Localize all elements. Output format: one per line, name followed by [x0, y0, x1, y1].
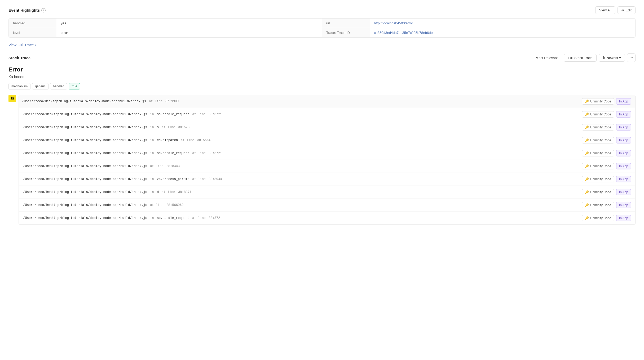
- frame-in-word: in: [148, 138, 156, 142]
- unminify-button[interactable]: 🔑 Unminify Code: [582, 163, 614, 169]
- unminify-button[interactable]: 🔑 Unminify Code: [582, 98, 614, 105]
- frame-right: 🔑 Unminify Code In App: [582, 98, 631, 105]
- frame-right: 🔑 Unminify Code In App: [582, 176, 631, 182]
- most-relevant-button[interactable]: Most Relevant: [532, 54, 562, 62]
- frame-filename: /Users/teco/Desktop/blog-tutorials/deplo…: [23, 216, 147, 220]
- in-app-badge: In App: [616, 215, 631, 221]
- stack-frame: /Users/teco/Desktop/blog-tutorials/deplo…: [19, 134, 635, 147]
- frame-filename: /Users/teco/Desktop/blog-tutorials/deplo…: [23, 177, 147, 181]
- frame-line-num: 28:566962: [166, 203, 184, 207]
- frame-line-num: 38:3721: [209, 112, 222, 116]
- unminify-button[interactable]: 🔑 Unminify Code: [582, 137, 614, 143]
- trace-key: Trace: Trace ID: [322, 28, 370, 37]
- in-app-badge: In App: [616, 111, 631, 118]
- view-full-trace-label: View Full Trace: [8, 43, 34, 47]
- frame-left: /Users/teco/Desktop/blog-tutorials/deplo…: [23, 164, 579, 168]
- unminify-button[interactable]: 🔑 Unminify Code: [582, 150, 614, 156]
- frame-in-word: in: [148, 190, 156, 194]
- stack-frame: /Users/teco/Desktop/blog-tutorials/deplo…: [19, 147, 635, 160]
- unminify-button[interactable]: 🔑 Unminify Code: [582, 124, 614, 130]
- unminify-label: Unminify Code: [590, 190, 611, 194]
- sort-button[interactable]: ⇅ Newest ▾: [599, 54, 625, 62]
- view-all-button[interactable]: View All: [595, 6, 615, 14]
- stack-frame: /Users/teco/Desktop/blog-tutorials/deplo…: [19, 108, 635, 121]
- in-app-badge: In App: [616, 163, 631, 169]
- key-icon: 🔑: [585, 125, 589, 129]
- key-icon: 🔑: [585, 216, 589, 220]
- unminify-button[interactable]: 🔑 Unminify Code: [582, 202, 614, 208]
- more-options-button[interactable]: ···: [627, 53, 636, 62]
- js-badge: JS: [8, 95, 16, 102]
- unminify-label: Unminify Code: [590, 100, 611, 103]
- unminify-button[interactable]: 🔑 Unminify Code: [582, 111, 614, 118]
- full-stack-trace-button[interactable]: Full Stack Trace: [564, 54, 596, 62]
- stack-frame: /Users/teco/Desktop/blog-tutorials/deplo…: [19, 121, 635, 134]
- stack-frame: /Users/teco/Desktop/blog-tutorials/deplo…: [19, 173, 635, 186]
- stack-trace-controls: Most Relevant Full Stack Trace ⇅ Newest …: [532, 53, 636, 62]
- frame-left: /Users/teco/Desktop/blog-tutorials/deplo…: [23, 177, 579, 181]
- frame-at-word: at line: [190, 151, 208, 155]
- edit-button[interactable]: ✏ Edit: [617, 6, 636, 14]
- key-icon: 🔑: [585, 177, 589, 181]
- frame-at-word: at line: [190, 216, 208, 220]
- level-key: level: [9, 28, 56, 37]
- frame-line-num: 38:3721: [209, 151, 222, 155]
- event-highlights-header: Event Highlights ? View All ✏ Edit: [8, 6, 636, 14]
- in-app-badge: In App: [616, 137, 631, 143]
- unminify-label: Unminify Code: [590, 203, 611, 207]
- url-value[interactable]: http://localhost:4500/error: [370, 19, 635, 28]
- in-app-badge: In App: [616, 189, 631, 195]
- frame-in-word: in: [148, 216, 156, 220]
- view-full-trace-link[interactable]: View Full Trace ›: [8, 43, 36, 47]
- frame-line-num: 38:5739: [178, 125, 191, 129]
- stack-frame: /Users/teco/Desktop/blog-tutorials/deplo…: [19, 95, 635, 108]
- tag-generic: generic: [32, 83, 48, 89]
- event-highlights-label: Event Highlights: [8, 8, 40, 12]
- highlight-row-handled: handled yes: [9, 19, 322, 28]
- unminify-label: Unminify Code: [590, 112, 611, 116]
- unminify-label: Unminify Code: [590, 216, 611, 220]
- unminify-label: Unminify Code: [590, 125, 611, 129]
- tag-mechanism: mechanism: [8, 83, 30, 89]
- sort-label: Newest: [607, 56, 618, 60]
- frame-at-word: at line: [190, 177, 208, 181]
- sort-icon: ⇅: [603, 56, 606, 60]
- help-icon[interactable]: ?: [41, 8, 46, 12]
- frame-func-name: sc.handle_request: [157, 151, 189, 155]
- tags-row: mechanism generic handled true: [8, 83, 636, 89]
- frame-filename: /Users/teco/Desktop/blog-tutorials/deplo…: [23, 203, 147, 207]
- frame-filename: /Users/teco/Desktop/blog-tutorials/deplo…: [22, 100, 146, 103]
- tag-true: true: [69, 83, 80, 89]
- unminify-button[interactable]: 🔑 Unminify Code: [582, 176, 614, 182]
- header-actions: View All ✏ Edit: [595, 6, 636, 14]
- url-key: url: [322, 19, 370, 28]
- frame-in-word: in: [148, 177, 156, 181]
- in-app-badge: In App: [616, 124, 631, 130]
- key-icon: 🔑: [585, 100, 589, 103]
- unminify-label: Unminify Code: [590, 164, 611, 168]
- frame-line-num: 38:8443: [166, 164, 180, 168]
- level-value: error: [56, 28, 322, 37]
- frame-in-word: in: [148, 125, 156, 129]
- frame-right: 🔑 Unminify Code In App: [582, 150, 631, 156]
- frame-path: /Users/teco/Desktop/blog-tutorials/deplo…: [23, 125, 191, 129]
- unminify-button[interactable]: 🔑 Unminify Code: [582, 215, 614, 221]
- frame-path: /Users/teco/Desktop/blog-tutorials/deplo…: [22, 100, 179, 103]
- stack-frames-container: JS /Users/teco/Desktop/blog-tutorials/de…: [8, 95, 636, 225]
- in-app-badge: In App: [616, 150, 631, 156]
- frame-filename: /Users/teco/Desktop/blog-tutorials/deplo…: [23, 164, 147, 168]
- frame-filename: /Users/teco/Desktop/blog-tutorials/deplo…: [23, 112, 147, 116]
- key-icon: 🔑: [585, 203, 589, 207]
- trace-value[interactable]: ca350ff3ed4da7ac35e7c225b78eb6de: [370, 28, 635, 37]
- frame-func-name: sc.handle_request: [157, 216, 189, 220]
- stack-frames-list: /Users/teco/Desktop/blog-tutorials/deplo…: [19, 95, 636, 225]
- key-icon: 🔑: [585, 151, 589, 155]
- frame-func-name: cc.dispatch: [157, 138, 178, 142]
- frame-line-num: 38:5564: [197, 138, 210, 142]
- highlights-right: url http://localhost:4500/error Trace: T…: [322, 19, 635, 37]
- frame-at-word: at line: [190, 112, 208, 116]
- frame-filename: /Users/teco/Desktop/blog-tutorials/deplo…: [23, 151, 147, 155]
- unminify-button[interactable]: 🔑 Unminify Code: [582, 189, 614, 195]
- edit-icon: ✏: [621, 8, 624, 12]
- frame-in-word: in: [148, 112, 156, 116]
